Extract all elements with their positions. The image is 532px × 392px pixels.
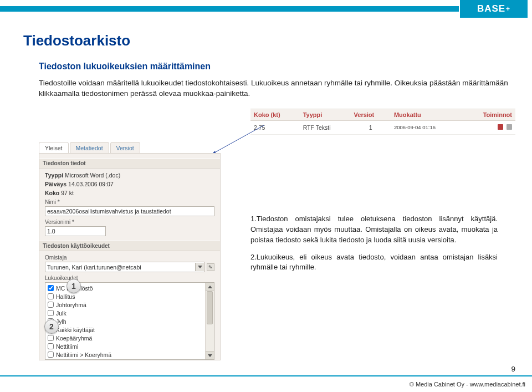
group-option[interactable]: Printtitiimi (48, 359, 203, 360)
brand-plus: + (506, 5, 510, 13)
col-versiot: Versiot (351, 109, 391, 121)
tab-bar: Yleiset Metatiedot Versiot (39, 142, 221, 153)
listbox-scrollbar[interactable] (205, 283, 214, 359)
group-checkbox[interactable] (48, 352, 54, 358)
file-properties-panel: Yleiset Metatiedot Versiot Tiedoston tie… (39, 142, 221, 360)
group-option[interactable]: Nettitiimi (48, 342, 203, 350)
group-label: Kaikki käyttäjät (56, 327, 95, 333)
omistaja-value: Turunen, Kari (kari.turunen@netcabi (47, 264, 141, 271)
row-koko: Koko 97 kt (45, 190, 214, 196)
label-tyyppi: Tyyppi (45, 172, 63, 179)
scroll-up-icon[interactable] (206, 283, 214, 291)
header-accent (0, 6, 459, 12)
chevron-down-icon (195, 263, 204, 271)
brand-logo: BASE+ (460, 0, 528, 18)
desc-para-2: 2.Lukuoikeus, eli oikeus avata tiedosto,… (250, 252, 498, 273)
description-block: 1.Tiedoston omistajaksi tulee oletuksena… (250, 214, 498, 279)
scroll-down-icon[interactable] (206, 351, 214, 359)
cell-muokattu: 2006-09-04 01:16 (391, 121, 462, 135)
label-koko: Koko (45, 190, 59, 196)
edit-icon[interactable] (498, 124, 503, 130)
group-option[interactable]: Jylh (48, 317, 203, 325)
table-row: 2.75 RTF Teksti 1 2006-09-04 01:16 (250, 121, 515, 135)
group-option[interactable]: Hallitus (48, 292, 203, 301)
label-paivays: Päiväys (45, 181, 66, 187)
cell-toiminnot (462, 121, 515, 135)
label-nimi: Nimi * (45, 199, 214, 205)
owner-action-icon[interactable]: ✎ (207, 263, 214, 271)
group-option[interactable]: Koepääryhmä (48, 334, 203, 342)
intro-text: Tiedostoille voidaan määritellä lukuoike… (39, 78, 509, 99)
callout-badge-1: 1 (66, 279, 81, 293)
file-table: Koko (kt) Tyyppi Versiot Muokattu Toimin… (250, 109, 515, 135)
value-paivays: 14.03.2006 09:07 (68, 181, 114, 187)
label-omistaja: Omistaja (45, 254, 214, 261)
footer-text: © Media Cabinet Oy - www.mediacabinet.fi (410, 381, 525, 388)
tab-versiot[interactable]: Versiot (110, 142, 140, 153)
nimi-input[interactable] (45, 206, 214, 216)
group-option[interactable]: Julk (48, 309, 203, 317)
scroll-thumb[interactable] (207, 291, 213, 324)
cell-koko: 2.75 (250, 121, 300, 135)
col-toiminnot: Toiminnot (462, 109, 515, 121)
row-tyyppi: Tyyppi Microsoft Word (.doc) (45, 172, 214, 179)
callout-badge-2: 2 (44, 319, 59, 334)
cell-versiot: 1 (351, 121, 391, 135)
group-checkbox[interactable] (48, 335, 54, 341)
versionimi-input[interactable] (45, 226, 106, 236)
group-checkbox[interactable] (48, 285, 54, 291)
page-subtitle: Tiedoston lukuoikeuksien määrittäminen (39, 62, 509, 72)
col-tyyppi: Tyyppi (300, 109, 351, 121)
group-checkbox[interactable] (48, 302, 54, 308)
group-label: Julk (56, 310, 66, 317)
group-option[interactable]: Nettitiimi > Koeryhmä (48, 350, 203, 359)
group-label: Koepääryhmä (56, 335, 92, 342)
value-koko: 97 kt (61, 190, 74, 196)
delete-icon[interactable] (507, 124, 512, 130)
section-file-info: Tiedoston tiedot (39, 158, 220, 169)
value-tyyppi: Microsoft Word (.doc) (65, 172, 120, 179)
group-label: Hallitus (56, 293, 75, 300)
group-checkbox[interactable] (48, 343, 54, 349)
section-permissions: Tiedoston käyttöoikeudet (39, 241, 220, 251)
lukuoikeudet-listbox[interactable]: MC henkilöstöHallitusJohtoryhmäJulkJylhK… (45, 282, 214, 360)
group-label: Nettitiimi > Koeryhmä (56, 352, 111, 358)
row-paivays: Päiväys 14.03.2006 09:07 (45, 181, 214, 187)
desc-para-1: 1.Tiedoston omistajaksi tulee oletuksena… (250, 214, 498, 246)
header-bar: BASE+ (0, 0, 532, 18)
group-option[interactable]: Kaikki käyttäjät (48, 325, 203, 334)
tab-yleiset[interactable]: Yleiset (39, 142, 69, 153)
group-checkbox[interactable] (48, 310, 54, 316)
label-versionimi: Versionimi * (45, 219, 214, 225)
tab-metatiedot[interactable]: Metatiedot (70, 142, 109, 153)
cell-tyyppi: RTF Teksti (300, 121, 351, 135)
page-title: Tiedostoarkisto (23, 32, 509, 49)
omistaja-select[interactable]: Turunen, Kari (kari.turunen@netcabi (45, 262, 204, 272)
group-option[interactable]: Johtoryhmä (48, 301, 203, 309)
page-number: 9 (511, 365, 515, 373)
group-checkbox[interactable] (48, 293, 54, 299)
col-muokattu: Muokattu (391, 109, 462, 121)
col-koko: Koko (kt) (250, 109, 300, 121)
brand-name: BASE (477, 3, 505, 14)
group-label: Nettitiimi (56, 343, 78, 350)
footer-bar: © Media Cabinet Oy - www.mediacabinet.fi (0, 375, 532, 392)
group-label: Printtitiimi (56, 360, 81, 360)
group-label: Johtoryhmä (56, 302, 86, 308)
panel-body: Tiedoston tiedot Tyyppi Microsoft Word (… (39, 153, 221, 360)
